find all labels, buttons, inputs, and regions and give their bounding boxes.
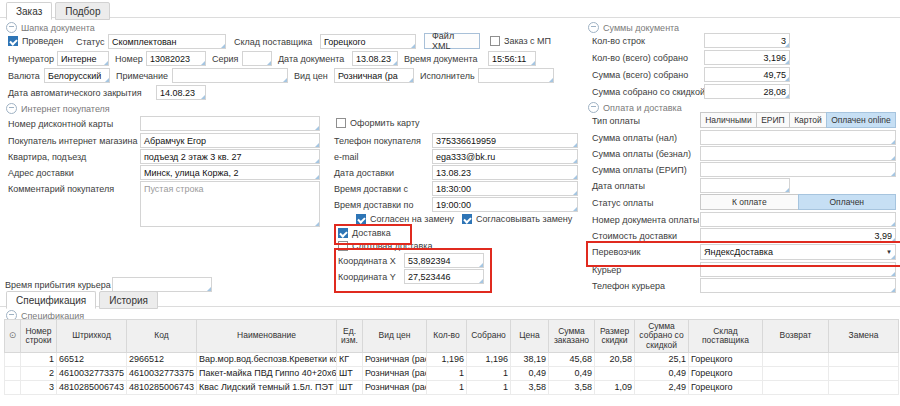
- status-field[interactable]: Скомплектован: [108, 34, 226, 49]
- issue-card-checkbox[interactable]: Оформить карту: [336, 118, 420, 128]
- coordinate-x-field[interactable]: 53,892394: [404, 253, 484, 268]
- column-header[interactable]: ⊙: [5, 320, 21, 353]
- supplier-warehouse-field[interactable]: Горецкого: [320, 34, 416, 49]
- posted-checkbox[interactable]: Проведен: [8, 36, 63, 46]
- table-cell[interactable]: [829, 381, 899, 395]
- table-cell[interactable]: 3,58: [549, 381, 595, 395]
- agree-replace-checkbox[interactable]: Согласен на замену: [356, 214, 454, 224]
- column-header[interactable]: Вид цен: [363, 320, 427, 353]
- xml-file-button[interactable]: Файл XML: [424, 33, 480, 49]
- collapse-icon[interactable]: [588, 22, 599, 33]
- courier-arrival-time-field[interactable]: [112, 277, 212, 292]
- table-cell[interactable]: 0,49: [635, 367, 689, 381]
- carrier-select[interactable]: ЯндексДоставка ▼: [700, 244, 896, 260]
- table-cell[interactable]: [763, 353, 829, 367]
- auto-close-date-field[interactable]: 14.08.23: [156, 85, 206, 100]
- column-header[interactable]: Штрихкод: [57, 320, 127, 353]
- table-cell[interactable]: ШТ: [337, 367, 363, 381]
- series-field[interactable]: [242, 51, 272, 66]
- column-header[interactable]: Размер скидки: [595, 320, 635, 353]
- table-cell[interactable]: 2: [21, 367, 57, 381]
- table-cell[interactable]: ШТ: [337, 381, 363, 395]
- table-cell[interactable]: [763, 381, 829, 395]
- cash-sum-field[interactable]: [700, 130, 896, 145]
- customer-comment-field[interactable]: Пустая строка: [140, 181, 320, 227]
- table-cell[interactable]: 20,58: [595, 353, 635, 367]
- column-header[interactable]: Собрано: [467, 320, 511, 353]
- coordinate-y-field[interactable]: 27,523446: [404, 269, 484, 284]
- tab-zakaz[interactable]: Заказ: [6, 2, 52, 20]
- table-cell[interactable]: Вар.мор.вод.беспозв.Креветки корол. м/р …: [197, 353, 337, 367]
- table-cell[interactable]: Пакет-майка ПВД Гиппо 40+20х65/50 мкм се…: [197, 367, 337, 381]
- column-header[interactable]: Возврат: [763, 320, 829, 353]
- email-field[interactable]: ega333@bk.ru: [432, 149, 578, 164]
- column-header[interactable]: Номер строки: [21, 320, 57, 353]
- number-field[interactable]: 13082023: [146, 51, 206, 66]
- collapse-icon[interactable]: [6, 103, 17, 114]
- table-cell[interactable]: [829, 367, 899, 381]
- customer-phone-field[interactable]: 375336619959: [432, 133, 578, 148]
- table-cell[interactable]: 66512: [57, 353, 127, 367]
- payment-status-option-2[interactable]: Оплачен: [798, 194, 896, 210]
- table-cell[interactable]: 2966512: [127, 353, 197, 367]
- delivery-date-field[interactable]: 13.08.23: [432, 165, 578, 180]
- tab-podbor[interactable]: Подбор: [55, 2, 110, 20]
- table-cell[interactable]: 38,19: [511, 353, 549, 367]
- collapse-icon[interactable]: [6, 22, 17, 33]
- column-header[interactable]: Код: [127, 320, 197, 353]
- approve-replace-checkbox[interactable]: Согласовывать замену: [462, 214, 572, 224]
- courier-field[interactable]: [700, 262, 896, 277]
- delivery-cost-field[interactable]: 3,99: [700, 228, 896, 243]
- table-cell[interactable]: 1: [467, 381, 511, 395]
- table-cell[interactable]: 4810285006743: [57, 381, 127, 395]
- table-cell[interactable]: [763, 367, 829, 381]
- column-header[interactable]: Сумма заказано: [549, 320, 595, 353]
- slot-delivery-checkbox[interactable]: Слотовая доставка: [338, 241, 432, 251]
- discount-card-field[interactable]: [140, 116, 320, 131]
- table-cell[interactable]: Горецкого: [689, 353, 763, 367]
- table-row[interactable]: 348102850067434810285006743Квас Лидский …: [5, 381, 899, 395]
- table-cell[interactable]: 1: [21, 353, 57, 367]
- executor-field[interactable]: [478, 68, 554, 83]
- mp-order-checkbox[interactable]: Заказ с МП: [490, 36, 551, 46]
- table-row[interactable]: 1665122966512Вар.мор.вод.беспозв.Креветк…: [5, 353, 899, 367]
- column-header[interactable]: Наименование: [197, 320, 337, 353]
- delivery-address-field[interactable]: Минск, улица Коржа, 2: [140, 165, 320, 180]
- table-cell[interactable]: 1: [427, 381, 467, 395]
- table-cell[interactable]: Горецкого: [689, 381, 763, 395]
- column-header[interactable]: Сумма собрано со скидкой: [635, 320, 689, 353]
- tab-history[interactable]: История: [99, 291, 158, 309]
- collected-sum-field[interactable]: 49,75: [704, 67, 790, 82]
- delivery-time-to-field[interactable]: 19:00:00: [432, 197, 578, 212]
- note-field[interactable]: [172, 68, 288, 83]
- tab-specification[interactable]: Спецификация: [6, 291, 96, 309]
- table-cell[interactable]: 1: [427, 367, 467, 381]
- payment-type-option-1[interactable]: Наличными: [700, 112, 757, 128]
- discounted-sum-field[interactable]: 28,08: [704, 84, 790, 99]
- lines-count-field[interactable]: 3: [704, 33, 790, 48]
- table-cell[interactable]: 1,09: [595, 381, 635, 395]
- table-cell[interactable]: 3,58: [511, 381, 549, 395]
- collapse-icon[interactable]: [588, 102, 599, 113]
- table-cell[interactable]: 1: [467, 367, 511, 381]
- payment-type-option-2[interactable]: ЕРИП: [756, 112, 790, 128]
- customer-field[interactable]: Абрамчук Егор: [140, 133, 320, 148]
- table-cell[interactable]: 1,196: [427, 353, 467, 367]
- currency-field[interactable]: Белорусский: [44, 68, 110, 83]
- column-header[interactable]: Замена: [829, 320, 899, 353]
- table-cell[interactable]: 0,49: [511, 367, 549, 381]
- cashless-sum-field[interactable]: [700, 146, 896, 161]
- payment-date-field[interactable]: [700, 178, 790, 193]
- table-cell[interactable]: 45,68: [549, 353, 595, 367]
- payment-type-option-4[interactable]: Оплачен online: [826, 112, 896, 128]
- numerator-field[interactable]: Интерне: [57, 51, 109, 66]
- table-cell[interactable]: [595, 367, 635, 381]
- payment-doc-number-field[interactable]: [700, 212, 896, 227]
- table-cell[interactable]: Розничная (рас: [363, 381, 427, 395]
- table-cell[interactable]: Розничная (рас: [363, 367, 427, 381]
- payment-status-option-1[interactable]: К оплате: [700, 194, 799, 210]
- table-cell[interactable]: Горецкого: [689, 367, 763, 381]
- erip-sum-field[interactable]: [700, 162, 896, 177]
- document-date-field[interactable]: 13.08.23: [352, 51, 398, 66]
- column-header[interactable]: Склад поставщика: [689, 320, 763, 353]
